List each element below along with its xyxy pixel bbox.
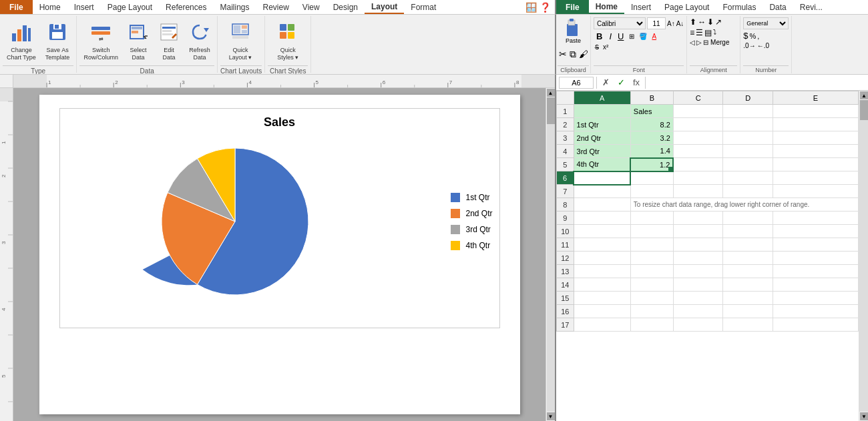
format-painter-button[interactable]: 🖌 [578,48,589,61]
excel-insert-tab[interactable]: Insert [624,0,658,14]
chart-container[interactable]: Sales [59,108,500,328]
quick-styles-button[interactable]: QuickStyles ▾ [268,19,308,64]
cell-a3[interactable]: 2nd Qtr [574,131,630,145]
cell-e5[interactable] [773,158,859,171]
underline-button[interactable]: U [616,31,626,41]
excel-scroll-thumb[interactable] [860,100,868,120]
row-header-3[interactable]: 3 [557,131,574,145]
cell-e3[interactable] [773,131,859,145]
middle-align-button[interactable]: ↔ [698,17,706,27]
save-as-template-button[interactable]: Save AsTemplate [41,19,74,64]
cell-d5[interactable] [723,158,773,171]
cell-d6[interactable] [723,171,773,185]
top-align-button[interactable]: ⬆ [690,17,696,27]
row-header-7[interactable]: 7 [557,185,574,198]
cell-b5[interactable]: 1.2 [630,158,673,171]
font-color-button[interactable]: A [650,33,658,40]
excel-scroll-up[interactable]: ▲ [860,91,868,99]
cell-a4[interactable]: 3rd Qtr [574,145,630,158]
row-header-17[interactable]: 17 [557,318,574,332]
word-design-tab[interactable]: Design [327,0,365,14]
excel-data-tab[interactable]: Data [763,0,793,14]
cell-e4[interactable] [773,145,859,158]
increase-font-button[interactable]: A↑ [667,20,675,27]
change-chart-type-button[interactable]: ChangeChart Type [3,19,40,64]
word-pagelayout-tab[interactable]: Page Layout [101,0,159,14]
increase-decimal-button[interactable]: .0→ [743,42,755,49]
word-file-tab[interactable]: File [0,0,33,14]
font-size-input[interactable] [647,17,666,29]
excel-review-tab[interactable]: Revi... [793,0,829,14]
scroll-down-button[interactable]: ▼ [547,412,555,420]
number-format-select[interactable]: General [743,17,789,29]
quick-layout-button[interactable]: QuickLayout ▾ [220,19,260,64]
increase-indent-button[interactable]: ▷ [696,39,702,46]
word-home-tab[interactable]: Home [33,0,67,14]
row-header-15[interactable]: 15 [557,292,574,305]
cell-a6[interactable] [574,171,630,185]
cell-a5[interactable]: 4th Qtr [574,158,630,171]
word-scrollbar[interactable]: ▲ ▼ [546,88,555,421]
cell-d7[interactable] [723,185,773,198]
row-header-8[interactable]: 8 [557,198,574,212]
cell-b1[interactable]: Sales [630,105,673,118]
page-area[interactable]: Sales [13,88,546,421]
cell-b3[interactable]: 3.2 [630,131,673,145]
italic-button[interactable]: I [607,31,614,41]
cell-b2[interactable]: 8.2 [630,118,673,131]
word-help-icon[interactable]: 🪟 [525,2,537,13]
row-header-13[interactable]: 13 [557,265,574,278]
word-view-tab[interactable]: View [296,0,327,14]
row-header-4[interactable]: 4 [557,145,574,158]
align-left-button[interactable]: ≡ [690,28,694,37]
comma-button[interactable]: , [757,32,759,40]
word-references-tab[interactable]: References [159,0,213,14]
cell-c6[interactable] [673,171,723,185]
switch-row-column-button[interactable]: ⇄ SwitchRow/Column [79,19,122,64]
orientation-button[interactable]: ↗ [715,17,722,27]
cell-e6[interactable] [773,171,859,185]
bottom-align-button[interactable]: ⬇ [707,17,714,27]
col-header-d[interactable]: D [723,91,773,105]
col-header-c[interactable]: C [673,91,723,105]
scroll-thumb[interactable] [547,97,555,124]
word-mailings-tab[interactable]: Mailings [213,0,256,14]
refresh-data-button[interactable]: RefreshData [185,19,214,64]
bold-button[interactable]: B [594,31,605,42]
cell-c4[interactable] [673,145,723,158]
word-window-icon[interactable]: ❓ [539,2,551,13]
fill-color-button[interactable]: 🪣 [638,33,648,40]
row-header-16[interactable]: 16 [557,305,574,318]
row-header-5[interactable]: 5 [557,158,574,171]
resize-handle[interactable] [668,167,672,171]
cut-button[interactable]: ✂ [558,48,568,61]
cell-b4[interactable]: 1.4 [630,145,673,158]
row-header-11[interactable]: 11 [557,238,574,252]
col-header-e[interactable]: E [773,91,859,105]
cell-d2[interactable] [723,118,773,131]
cell-e7[interactable] [773,185,859,198]
decrease-decimal-button[interactable]: ←.0 [757,42,769,49]
row-header-14[interactable]: 14 [557,278,574,292]
bottom-border-button[interactable]: ⊞ [628,33,636,40]
cell-c7[interactable] [673,185,723,198]
formula-input[interactable] [648,77,865,89]
excel-home-tab[interactable]: Home [589,0,624,14]
copy-button[interactable]: ⧉ [569,48,577,61]
cell-b6[interactable] [630,171,673,185]
cell-a7[interactable] [574,185,630,198]
col-header-a[interactable]: A [574,91,630,105]
font-name-select[interactable]: Calibri [594,17,646,29]
cancel-formula-button[interactable]: ✗ [600,77,612,87]
scroll-up-button[interactable]: ▲ [547,89,555,97]
currency-button[interactable]: $ [743,31,748,41]
cell-a8[interactable] [574,198,630,212]
cell-a2[interactable]: 1st Qtr [574,118,630,131]
align-center-button[interactable]: ☰ [696,28,703,37]
decrease-indent-button[interactable]: ◁ [690,39,695,46]
cell-e1[interactable] [773,105,859,118]
percent-button[interactable]: % [750,32,756,40]
insert-function-button[interactable]: fx [630,77,642,87]
row-header-12[interactable]: 12 [557,252,574,265]
word-insert-tab[interactable]: Insert [67,0,101,14]
